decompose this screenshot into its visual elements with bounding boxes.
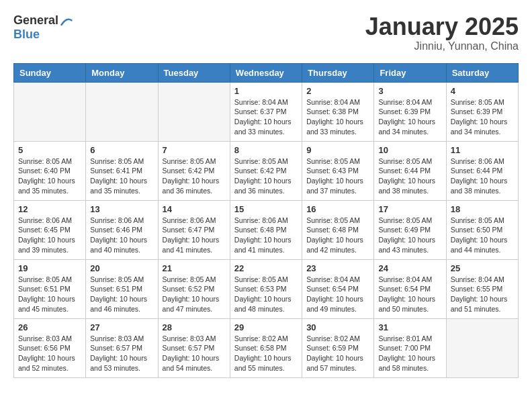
day-number: 23 xyxy=(306,263,369,273)
day-number: 8 xyxy=(234,145,298,155)
weekday-header-sunday: Sunday xyxy=(14,63,86,82)
title-block: January 2025 Jinniu, Yunnan, China xyxy=(365,13,519,52)
calendar-cell: 13Sunrise: 8:06 AM Sunset: 6:46 PM Dayli… xyxy=(86,200,158,259)
day-info: Sunrise: 8:03 AM Sunset: 6:57 PM Dayligh… xyxy=(90,334,153,373)
calendar-cell: 9Sunrise: 8:05 AM Sunset: 6:43 PM Daylig… xyxy=(302,141,374,200)
calendar-cell: 31Sunrise: 8:01 AM Sunset: 7:00 PM Dayli… xyxy=(374,318,446,377)
day-info: Sunrise: 8:04 AM Sunset: 6:39 PM Dayligh… xyxy=(378,97,441,137)
day-number: 9 xyxy=(306,145,369,155)
weekday-header-tuesday: Tuesday xyxy=(158,63,230,82)
day-number: 20 xyxy=(90,263,153,273)
calendar-cell: 6Sunrise: 8:05 AM Sunset: 6:41 PM Daylig… xyxy=(86,141,158,200)
day-number: 26 xyxy=(18,322,81,332)
day-info: Sunrise: 8:05 AM Sunset: 6:42 PM Dayligh… xyxy=(163,156,226,196)
day-number: 14 xyxy=(163,204,226,214)
day-number: 21 xyxy=(163,263,226,273)
month-title: January 2025 xyxy=(365,13,519,40)
subtitle: Jinniu, Yunnan, China xyxy=(365,40,519,52)
day-number: 27 xyxy=(90,322,153,332)
day-number: 3 xyxy=(378,86,441,96)
day-number: 31 xyxy=(378,322,441,332)
day-info: Sunrise: 8:05 AM Sunset: 6:53 PM Dayligh… xyxy=(234,275,298,314)
calendar-week-2: 5Sunrise: 8:05 AM Sunset: 6:40 PM Daylig… xyxy=(14,141,519,200)
day-number: 19 xyxy=(18,263,81,273)
calendar-cell: 29Sunrise: 8:02 AM Sunset: 6:58 PM Dayli… xyxy=(230,318,302,377)
day-info: Sunrise: 8:04 AM Sunset: 6:38 PM Dayligh… xyxy=(306,97,369,137)
day-info: Sunrise: 8:05 AM Sunset: 6:39 PM Dayligh… xyxy=(451,97,514,137)
calendar-week-3: 12Sunrise: 8:06 AM Sunset: 6:45 PM Dayli… xyxy=(14,200,519,259)
day-info: Sunrise: 8:06 AM Sunset: 6:47 PM Dayligh… xyxy=(163,216,226,255)
calendar-cell: 24Sunrise: 8:04 AM Sunset: 6:54 PM Dayli… xyxy=(374,259,446,318)
calendar-cell: 25Sunrise: 8:04 AM Sunset: 6:55 PM Dayli… xyxy=(446,259,518,318)
day-number: 28 xyxy=(163,322,226,332)
day-info: Sunrise: 8:04 AM Sunset: 6:37 PM Dayligh… xyxy=(234,97,298,137)
calendar-cell: 27Sunrise: 8:03 AM Sunset: 6:57 PM Dayli… xyxy=(86,318,158,377)
day-info: Sunrise: 8:02 AM Sunset: 6:59 PM Dayligh… xyxy=(306,334,369,373)
day-info: Sunrise: 8:01 AM Sunset: 7:00 PM Dayligh… xyxy=(378,334,441,373)
day-number: 16 xyxy=(306,204,369,214)
calendar-cell: 8Sunrise: 8:05 AM Sunset: 6:42 PM Daylig… xyxy=(230,141,302,200)
logo-text: General Blue xyxy=(13,13,73,42)
calendar-cell: 20Sunrise: 8:05 AM Sunset: 6:51 PM Dayli… xyxy=(86,259,158,318)
weekday-header-friday: Friday xyxy=(374,63,446,82)
calendar-cell: 4Sunrise: 8:05 AM Sunset: 6:39 PM Daylig… xyxy=(446,82,518,141)
calendar-cell: 12Sunrise: 8:06 AM Sunset: 6:45 PM Dayli… xyxy=(14,200,86,259)
day-info: Sunrise: 8:03 AM Sunset: 6:56 PM Dayligh… xyxy=(18,334,81,373)
day-info: Sunrise: 8:06 AM Sunset: 6:45 PM Dayligh… xyxy=(18,216,81,255)
calendar-cell: 23Sunrise: 8:04 AM Sunset: 6:54 PM Dayli… xyxy=(302,259,374,318)
day-info: Sunrise: 8:05 AM Sunset: 6:51 PM Dayligh… xyxy=(90,275,153,314)
calendar-table: SundayMondayTuesdayWednesdayThursdayFrid… xyxy=(13,63,519,378)
calendar-cell: 1Sunrise: 8:04 AM Sunset: 6:37 PM Daylig… xyxy=(230,82,302,141)
day-number: 24 xyxy=(378,263,441,273)
day-number: 1 xyxy=(234,86,298,96)
calendar-cell: 10Sunrise: 8:05 AM Sunset: 6:44 PM Dayli… xyxy=(374,141,446,200)
weekday-header-monday: Monday xyxy=(86,63,158,82)
day-info: Sunrise: 8:05 AM Sunset: 6:42 PM Dayligh… xyxy=(234,156,298,196)
weekday-header-saturday: Saturday xyxy=(446,63,518,82)
day-number: 2 xyxy=(306,86,369,96)
logo: General Blue xyxy=(13,13,73,42)
day-number: 12 xyxy=(18,204,81,214)
day-info: Sunrise: 8:05 AM Sunset: 6:40 PM Dayligh… xyxy=(18,156,81,196)
day-number: 18 xyxy=(451,204,514,214)
calendar-cell xyxy=(14,82,86,141)
calendar-cell: 19Sunrise: 8:05 AM Sunset: 6:51 PM Dayli… xyxy=(14,259,86,318)
calendar-cell: 26Sunrise: 8:03 AM Sunset: 6:56 PM Dayli… xyxy=(14,318,86,377)
day-number: 25 xyxy=(451,263,514,273)
weekday-header-thursday: Thursday xyxy=(302,63,374,82)
calendar-cell xyxy=(446,318,518,377)
day-info: Sunrise: 8:04 AM Sunset: 6:55 PM Dayligh… xyxy=(451,275,514,314)
calendar-cell: 16Sunrise: 8:05 AM Sunset: 6:48 PM Dayli… xyxy=(302,200,374,259)
day-info: Sunrise: 8:02 AM Sunset: 6:58 PM Dayligh… xyxy=(234,334,298,373)
day-info: Sunrise: 8:05 AM Sunset: 6:44 PM Dayligh… xyxy=(378,156,441,196)
day-number: 5 xyxy=(18,145,81,155)
day-info: Sunrise: 8:06 AM Sunset: 6:44 PM Dayligh… xyxy=(451,156,514,196)
calendar-cell: 18Sunrise: 8:05 AM Sunset: 6:50 PM Dayli… xyxy=(446,200,518,259)
day-info: Sunrise: 8:05 AM Sunset: 6:48 PM Dayligh… xyxy=(306,216,369,255)
calendar-week-1: 1Sunrise: 8:04 AM Sunset: 6:37 PM Daylig… xyxy=(14,82,519,141)
calendar-cell: 28Sunrise: 8:03 AM Sunset: 6:57 PM Dayli… xyxy=(158,318,230,377)
day-info: Sunrise: 8:05 AM Sunset: 6:52 PM Dayligh… xyxy=(163,275,226,314)
logo-blue: Blue xyxy=(13,28,73,42)
day-number: 11 xyxy=(451,145,514,155)
day-number: 17 xyxy=(378,204,441,214)
day-info: Sunrise: 8:03 AM Sunset: 6:57 PM Dayligh… xyxy=(163,334,226,373)
day-info: Sunrise: 8:04 AM Sunset: 6:54 PM Dayligh… xyxy=(306,275,369,314)
day-number: 13 xyxy=(90,204,153,214)
calendar-cell xyxy=(158,82,230,141)
day-info: Sunrise: 8:05 AM Sunset: 6:50 PM Dayligh… xyxy=(451,216,514,255)
day-number: 22 xyxy=(234,263,298,273)
day-number: 4 xyxy=(451,86,514,96)
calendar-cell: 2Sunrise: 8:04 AM Sunset: 6:38 PM Daylig… xyxy=(302,82,374,141)
header: General Blue January 2025 Jinniu, Yunnan… xyxy=(13,13,519,52)
calendar-cell xyxy=(86,82,158,141)
calendar-cell: 21Sunrise: 8:05 AM Sunset: 6:52 PM Dayli… xyxy=(158,259,230,318)
logo-icon xyxy=(60,15,73,28)
calendar-cell: 11Sunrise: 8:06 AM Sunset: 6:44 PM Dayli… xyxy=(446,141,518,200)
weekday-header-row: SundayMondayTuesdayWednesdayThursdayFrid… xyxy=(14,63,519,82)
weekday-header-wednesday: Wednesday xyxy=(230,63,302,82)
calendar-cell: 30Sunrise: 8:02 AM Sunset: 6:59 PM Dayli… xyxy=(302,318,374,377)
day-info: Sunrise: 8:05 AM Sunset: 6:49 PM Dayligh… xyxy=(378,216,441,255)
day-info: Sunrise: 8:05 AM Sunset: 6:51 PM Dayligh… xyxy=(18,275,81,314)
calendar-cell: 7Sunrise: 8:05 AM Sunset: 6:42 PM Daylig… xyxy=(158,141,230,200)
